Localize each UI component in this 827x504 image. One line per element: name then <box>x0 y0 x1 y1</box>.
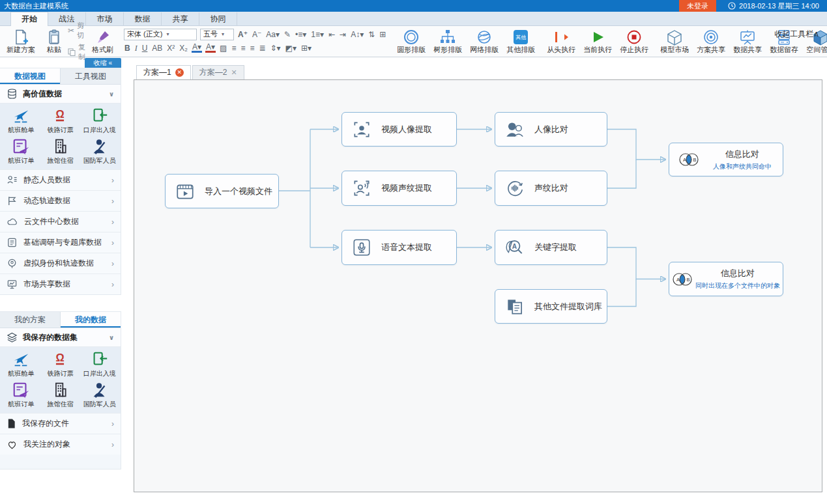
node-keyword-extract[interactable]: A 关键字提取 <box>495 230 607 265</box>
sidebar-collapse-button[interactable]: 收缩 « <box>85 58 121 68</box>
node-voiceprint-compare[interactable]: 声纹比对 <box>495 171 607 206</box>
node-video-face-extract[interactable]: 视频人像提取 <box>341 112 457 147</box>
data-share-button[interactable]: 数据共享 <box>729 27 766 55</box>
building-icon <box>51 137 68 156</box>
node-other-file-lexicon[interactable]: 其他文件提取词库 <box>495 289 607 324</box>
node-info-compare-2[interactable]: AB 信息比对 同时出现在多个文件中的对象 <box>669 262 783 296</box>
shrink-font-icon[interactable]: A⁻ <box>252 29 262 40</box>
cut-button[interactable]: ✂ 剪切 <box>68 21 85 40</box>
canvas-tab-plan2[interactable]: 方案—2 ✕ <box>192 65 244 79</box>
clear-format-icon[interactable]: ✎ <box>283 29 291 40</box>
tab-tool-view[interactable]: 工具视图 <box>61 68 121 84</box>
dataset-flight-order[interactable]: 航班订单 <box>1 381 40 409</box>
run-current-button[interactable]: 当前执行 <box>579 27 616 55</box>
svg-text:B: B <box>693 157 697 163</box>
superscript-button[interactable]: X² <box>166 43 175 53</box>
dataset-hotel-stay[interactable]: 旅馆住宿 <box>40 381 80 409</box>
list-item-survey-library[interactable]: 基础调研与专题库数据 › <box>0 232 121 253</box>
align-justify-icon[interactable]: ≣ <box>258 43 266 53</box>
tab-my-plans[interactable]: 我的方案 <box>0 312 61 328</box>
other-layout-button[interactable]: 其他 其他排版 <box>502 27 539 55</box>
section-high-value-data[interactable]: 高价值数据 ∨ <box>0 85 121 104</box>
bold-button[interactable]: B <box>124 43 131 53</box>
tab-my-data[interactable]: 我的数据 <box>61 312 121 328</box>
highlight-icon[interactable]: ▨ <box>219 43 227 53</box>
list-item-virtual-identity[interactable]: 虚拟身份和轨迹数据 › <box>0 253 121 273</box>
change-case-icon[interactable]: Aa▾ <box>265 29 280 40</box>
dataset-military-personnel[interactable]: 国防军人员 <box>80 381 119 409</box>
tab-data-view[interactable]: 数据视图 <box>0 68 61 84</box>
menu-tab-market[interactable]: 市场 <box>86 12 124 26</box>
borders-icon[interactable]: ⊞▾ <box>300 43 312 53</box>
collapse-toolbar-link[interactable]: 收起工具栏∧ <box>774 29 819 40</box>
text-effect-icon[interactable]: A▾ <box>192 44 202 53</box>
number-list-icon[interactable]: 1≡▾ <box>310 29 325 40</box>
italic-button[interactable]: I <box>134 43 138 53</box>
tree-layout-button[interactable]: 树形排版 <box>429 27 466 55</box>
dataset-flight-order[interactable]: 航班订单 <box>1 137 40 165</box>
copy-button[interactable]: 复制 <box>68 42 85 62</box>
align-right-icon[interactable]: ≡ <box>249 43 255 53</box>
flowchart-canvas[interactable]: 导入一个视频文件 视频人像提取 视频声纹提取 语音文本提取 人像比对 <box>134 79 822 492</box>
new-plan-button[interactable]: 新建方案 <box>3 27 39 55</box>
list-item-my-followed-objects[interactable]: 我关注的对象 › <box>0 434 121 455</box>
stop-button[interactable]: 停止执行 <box>616 27 652 55</box>
shading-icon[interactable]: ◩▾ <box>285 43 297 53</box>
list-item-dynamic-track[interactable]: 动态轨迹数据 › <box>0 190 121 211</box>
node-face-compare[interactable]: 人像比对 <box>495 112 607 147</box>
dataset-rail-ticket[interactable]: Ω 铁路订票 <box>40 107 80 135</box>
node-speech-text-extract[interactable]: 语音文本提取 <box>341 230 457 265</box>
list-item-cloud-files[interactable]: 云文件中心数据 › <box>0 211 121 232</box>
dataset-rail-ticket[interactable]: Ω 铁路订票 <box>40 350 80 378</box>
list-item-market-shared[interactable]: 市场共享数据 › <box>0 273 121 294</box>
spacing-icon[interactable]: A↕▾ <box>350 29 364 40</box>
line-spacing-icon[interactable]: ⇕▾ <box>270 43 282 53</box>
chart-board-icon <box>739 29 756 46</box>
sort-icon[interactable]: ⇅ <box>368 29 375 40</box>
format-painter-button[interactable]: 格式刷 <box>88 27 117 55</box>
menu-tab-data[interactable]: 数据 <box>124 12 162 26</box>
strikethrough-button[interactable]: AB <box>151 43 163 53</box>
node-import-video[interactable]: 导入一个视频文件 <box>165 174 279 208</box>
node-video-voiceprint-extract[interactable]: 视频声纹提取 <box>341 171 457 206</box>
airplane-icon <box>11 107 31 125</box>
network-layout-button[interactable]: 网络排版 <box>466 27 502 55</box>
login-status-badge[interactable]: 未登录 <box>679 0 716 12</box>
grow-font-icon[interactable]: A⁺ <box>237 29 248 40</box>
underline-button[interactable]: U <box>141 43 149 53</box>
run-from-start-button[interactable]: 从头执行 <box>543 27 579 55</box>
font-family-select[interactable]: 宋体 (正文)▾ <box>124 29 197 40</box>
font-color-icon[interactable]: A▾ <box>205 44 216 53</box>
circle-layout-button[interactable]: 圆形排版 <box>393 27 429 55</box>
outdent-icon[interactable]: ⇤ <box>328 29 336 40</box>
close-tab-icon[interactable]: ✕ <box>175 68 184 77</box>
list-item-static-person[interactable]: 静态人员数据 › <box>0 169 121 190</box>
paste-button[interactable]: 粘贴 <box>43 27 65 55</box>
bullet-list-icon[interactable]: •≡▾ <box>295 29 307 40</box>
dataset-border-entry[interactable]: 口岸出入境 <box>80 350 119 378</box>
list-item-my-saved-files[interactable]: 我保存的文件 › <box>0 413 121 434</box>
dataset-flight-manifest[interactable]: 航班舱单 <box>1 107 40 135</box>
model-market-button[interactable]: 模型市场 <box>656 27 693 55</box>
align-left-icon[interactable]: ≡ <box>231 43 237 53</box>
node-info-compare-1[interactable]: AB 信息比对 人像和声纹共同命中 <box>669 143 783 176</box>
dataset-flight-manifest[interactable]: 航班舱单 <box>1 350 40 378</box>
person-card-icon <box>7 175 18 186</box>
dataset-military-personnel[interactable]: 国防军人员 <box>80 137 119 165</box>
documents-icon <box>495 296 534 317</box>
menu-tab-start[interactable]: 开始 <box>10 12 48 27</box>
align-center-icon[interactable]: ≡ <box>240 43 246 53</box>
font-size-select[interactable]: 五号▾ <box>200 29 234 40</box>
menu-tab-collab[interactable]: 协同 <box>199 12 237 26</box>
indent-icon[interactable]: ⇥ <box>339 29 347 40</box>
flight-order-icon <box>12 381 30 399</box>
canvas-tab-plan1[interactable]: 方案—1 ✕ <box>136 65 191 79</box>
dataset-hotel-stay[interactable]: 旅馆住宿 <box>40 137 80 165</box>
dataset-border-entry[interactable]: 口岸出入境 <box>80 107 119 135</box>
table-icon[interactable]: ⊞ <box>379 29 386 40</box>
section-my-saved-datasets[interactable]: 我保存的数据集 ∨ <box>0 328 121 347</box>
close-tab-icon[interactable]: ✕ <box>231 68 237 77</box>
menu-tab-share[interactable]: 共享 <box>162 12 199 26</box>
subscript-button[interactable]: X₂ <box>179 43 188 53</box>
plan-share-button[interactable]: 方案共享 <box>693 27 729 55</box>
